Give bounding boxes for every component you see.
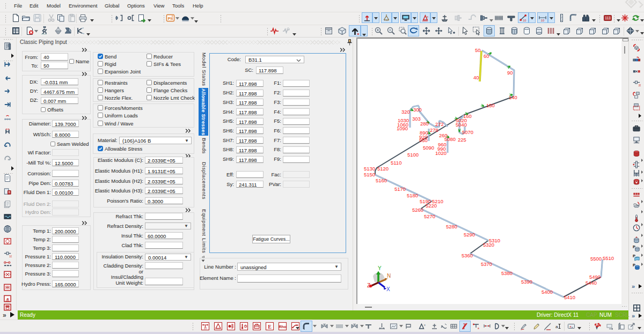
svg-text:950: 950 bbox=[419, 137, 428, 143]
svg-text:1090: 1090 bbox=[397, 125, 408, 131]
svg-text:x: x bbox=[427, 15, 428, 18]
svg-text:5070: 5070 bbox=[462, 129, 473, 135]
svg-text:303: 303 bbox=[412, 116, 421, 122]
svg-text:5500: 5500 bbox=[590, 256, 602, 262]
svg-text:1020: 1020 bbox=[435, 150, 447, 156]
svg-text:60: 60 bbox=[484, 53, 489, 59]
svg-text:150: 150 bbox=[486, 102, 495, 108]
svg-text:5280: 5280 bbox=[446, 224, 457, 229]
svg-text:5090: 5090 bbox=[423, 145, 434, 151]
svg-text:x: x bbox=[424, 323, 426, 326]
svg-text:X: X bbox=[386, 286, 390, 292]
svg-text:113: 113 bbox=[605, 16, 611, 20]
svg-text:a: a bbox=[555, 324, 558, 329]
svg-text:278: 278 bbox=[430, 127, 438, 133]
svg-text:5040: 5040 bbox=[456, 122, 467, 128]
svg-text:a: a bbox=[478, 326, 479, 330]
svg-text:5120: 5120 bbox=[377, 166, 389, 172]
svg-text:5390: 5390 bbox=[521, 279, 532, 285]
svg-text:5370: 5370 bbox=[481, 261, 492, 267]
svg-text:50: 50 bbox=[475, 47, 481, 53]
svg-text:280: 280 bbox=[420, 121, 429, 127]
svg-text:140: 140 bbox=[509, 94, 517, 100]
svg-text:5260: 5260 bbox=[412, 207, 423, 213]
svg-text:5510: 5510 bbox=[603, 255, 614, 261]
svg-text:5320: 5320 bbox=[483, 242, 494, 248]
svg-text:5130: 5130 bbox=[364, 166, 375, 172]
svg-text:5410: 5410 bbox=[564, 294, 575, 300]
svg-text:5150: 5150 bbox=[364, 172, 375, 177]
svg-text:Z: Z bbox=[367, 283, 370, 288]
svg-text:10: 10 bbox=[523, 19, 526, 22]
svg-text:10: 10 bbox=[204, 326, 207, 330]
svg-text:90: 90 bbox=[507, 70, 513, 76]
svg-text:5490: 5490 bbox=[589, 274, 601, 280]
svg-text:5270: 5270 bbox=[424, 213, 435, 219]
svg-text:5360: 5360 bbox=[462, 253, 473, 258]
svg-text:5220: 5220 bbox=[426, 203, 437, 209]
svg-text:5440: 5440 bbox=[586, 280, 597, 286]
svg-text:5160: 5160 bbox=[376, 177, 387, 183]
svg-text:N: N bbox=[387, 273, 391, 279]
svg-text:E: E bbox=[268, 324, 272, 330]
svg-text:40: 40 bbox=[473, 75, 479, 80]
svg-text:5180: 5180 bbox=[407, 192, 418, 198]
svg-text:5170: 5170 bbox=[394, 186, 406, 192]
svg-text:Rho: Rho bbox=[279, 325, 287, 329]
svg-text:5100: 5100 bbox=[407, 152, 419, 158]
svg-text:225: 225 bbox=[458, 137, 466, 143]
svg-text:300: 300 bbox=[413, 107, 422, 113]
svg-text:5380: 5380 bbox=[501, 270, 513, 276]
svg-text:10: 10 bbox=[541, 19, 544, 22]
svg-text:20: 20 bbox=[639, 84, 641, 87]
svg-text:320: 320 bbox=[401, 109, 410, 115]
svg-text:5400: 5400 bbox=[541, 289, 553, 295]
svg-text:272: 272 bbox=[435, 121, 444, 127]
svg-text:Y: Y bbox=[378, 265, 382, 271]
svg-text:5110: 5110 bbox=[391, 160, 401, 166]
svg-text:5290: 5290 bbox=[464, 232, 475, 237]
